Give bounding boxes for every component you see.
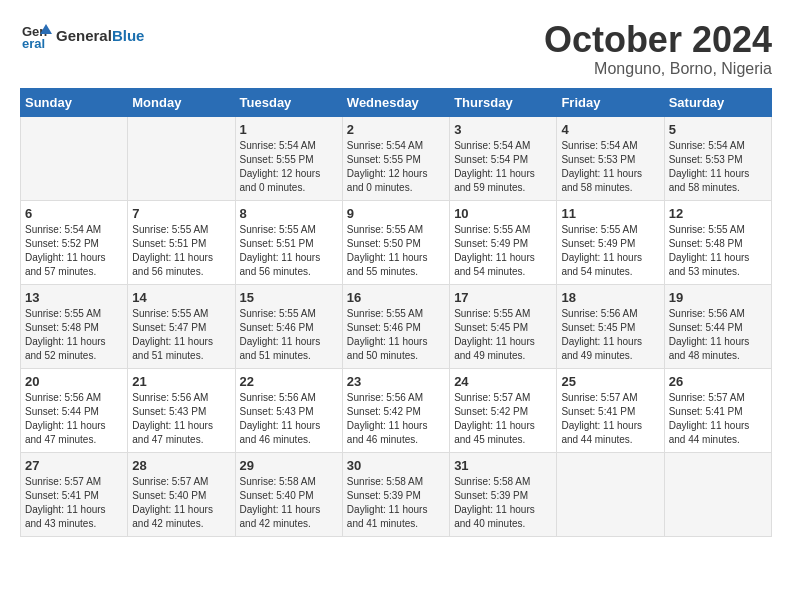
- calendar-cell: 18Sunrise: 5:56 AMSunset: 5:45 PMDayligh…: [557, 284, 664, 368]
- day-number: 9: [347, 206, 445, 221]
- logo: Gen eral GeneralBlue: [20, 20, 144, 52]
- day-number: 21: [132, 374, 230, 389]
- column-header-monday: Monday: [128, 88, 235, 116]
- day-number: 19: [669, 290, 767, 305]
- calendar-cell: 19Sunrise: 5:56 AMSunset: 5:44 PMDayligh…: [664, 284, 771, 368]
- day-info: Sunrise: 5:54 AMSunset: 5:53 PMDaylight:…: [561, 139, 659, 195]
- calendar-cell: 16Sunrise: 5:55 AMSunset: 5:46 PMDayligh…: [342, 284, 449, 368]
- day-info: Sunrise: 5:55 AMSunset: 5:48 PMDaylight:…: [25, 307, 123, 363]
- day-number: 11: [561, 206, 659, 221]
- day-number: 23: [347, 374, 445, 389]
- day-info: Sunrise: 5:56 AMSunset: 5:45 PMDaylight:…: [561, 307, 659, 363]
- day-number: 26: [669, 374, 767, 389]
- calendar-cell: 7Sunrise: 5:55 AMSunset: 5:51 PMDaylight…: [128, 200, 235, 284]
- calendar-cell: 23Sunrise: 5:56 AMSunset: 5:42 PMDayligh…: [342, 368, 449, 452]
- calendar-cell: 5Sunrise: 5:54 AMSunset: 5:53 PMDaylight…: [664, 116, 771, 200]
- day-info: Sunrise: 5:54 AMSunset: 5:55 PMDaylight:…: [347, 139, 445, 195]
- day-info: Sunrise: 5:57 AMSunset: 5:41 PMDaylight:…: [25, 475, 123, 531]
- calendar-table: SundayMondayTuesdayWednesdayThursdayFrid…: [20, 88, 772, 537]
- day-info: Sunrise: 5:57 AMSunset: 5:42 PMDaylight:…: [454, 391, 552, 447]
- calendar-cell: 9Sunrise: 5:55 AMSunset: 5:50 PMDaylight…: [342, 200, 449, 284]
- day-number: 6: [25, 206, 123, 221]
- day-number: 15: [240, 290, 338, 305]
- day-info: Sunrise: 5:56 AMSunset: 5:43 PMDaylight:…: [240, 391, 338, 447]
- day-number: 8: [240, 206, 338, 221]
- day-number: 3: [454, 122, 552, 137]
- logo-blue-text: Blue: [112, 27, 145, 44]
- day-info: Sunrise: 5:54 AMSunset: 5:55 PMDaylight:…: [240, 139, 338, 195]
- calendar-cell: 2Sunrise: 5:54 AMSunset: 5:55 PMDaylight…: [342, 116, 449, 200]
- calendar-cell: 21Sunrise: 5:56 AMSunset: 5:43 PMDayligh…: [128, 368, 235, 452]
- day-number: 27: [25, 458, 123, 473]
- day-number: 14: [132, 290, 230, 305]
- calendar-cell: 27Sunrise: 5:57 AMSunset: 5:41 PMDayligh…: [21, 452, 128, 536]
- calendar-cell: [128, 116, 235, 200]
- day-number: 12: [669, 206, 767, 221]
- calendar-cell: 6Sunrise: 5:54 AMSunset: 5:52 PMDaylight…: [21, 200, 128, 284]
- day-number: 7: [132, 206, 230, 221]
- calendar-cell: 24Sunrise: 5:57 AMSunset: 5:42 PMDayligh…: [450, 368, 557, 452]
- calendar-cell: 3Sunrise: 5:54 AMSunset: 5:54 PMDaylight…: [450, 116, 557, 200]
- logo-icon: Gen eral: [20, 20, 52, 52]
- day-number: 13: [25, 290, 123, 305]
- calendar-header-row: SundayMondayTuesdayWednesdayThursdayFrid…: [21, 88, 772, 116]
- calendar-cell: 30Sunrise: 5:58 AMSunset: 5:39 PMDayligh…: [342, 452, 449, 536]
- day-info: Sunrise: 5:55 AMSunset: 5:49 PMDaylight:…: [561, 223, 659, 279]
- calendar-cell: 20Sunrise: 5:56 AMSunset: 5:44 PMDayligh…: [21, 368, 128, 452]
- day-number: 4: [561, 122, 659, 137]
- day-info: Sunrise: 5:55 AMSunset: 5:48 PMDaylight:…: [669, 223, 767, 279]
- column-header-sunday: Sunday: [21, 88, 128, 116]
- calendar-subtitle: Monguno, Borno, Nigeria: [544, 60, 772, 78]
- calendar-cell: 22Sunrise: 5:56 AMSunset: 5:43 PMDayligh…: [235, 368, 342, 452]
- title-area: October 2024 Monguno, Borno, Nigeria: [544, 20, 772, 78]
- day-number: 2: [347, 122, 445, 137]
- day-number: 22: [240, 374, 338, 389]
- day-number: 5: [669, 122, 767, 137]
- column-header-thursday: Thursday: [450, 88, 557, 116]
- calendar-cell: 4Sunrise: 5:54 AMSunset: 5:53 PMDaylight…: [557, 116, 664, 200]
- calendar-cell: [557, 452, 664, 536]
- column-header-wednesday: Wednesday: [342, 88, 449, 116]
- day-info: Sunrise: 5:55 AMSunset: 5:51 PMDaylight:…: [240, 223, 338, 279]
- day-info: Sunrise: 5:56 AMSunset: 5:44 PMDaylight:…: [669, 307, 767, 363]
- day-info: Sunrise: 5:55 AMSunset: 5:50 PMDaylight:…: [347, 223, 445, 279]
- calendar-week-row: 20Sunrise: 5:56 AMSunset: 5:44 PMDayligh…: [21, 368, 772, 452]
- day-info: Sunrise: 5:56 AMSunset: 5:43 PMDaylight:…: [132, 391, 230, 447]
- calendar-cell: 11Sunrise: 5:55 AMSunset: 5:49 PMDayligh…: [557, 200, 664, 284]
- calendar-cell: 12Sunrise: 5:55 AMSunset: 5:48 PMDayligh…: [664, 200, 771, 284]
- calendar-cell: [21, 116, 128, 200]
- day-number: 25: [561, 374, 659, 389]
- calendar-cell: 28Sunrise: 5:57 AMSunset: 5:40 PMDayligh…: [128, 452, 235, 536]
- day-number: 10: [454, 206, 552, 221]
- calendar-week-row: 6Sunrise: 5:54 AMSunset: 5:52 PMDaylight…: [21, 200, 772, 284]
- day-info: Sunrise: 5:57 AMSunset: 5:40 PMDaylight:…: [132, 475, 230, 531]
- day-number: 28: [132, 458, 230, 473]
- day-info: Sunrise: 5:56 AMSunset: 5:42 PMDaylight:…: [347, 391, 445, 447]
- day-info: Sunrise: 5:55 AMSunset: 5:46 PMDaylight:…: [240, 307, 338, 363]
- column-header-tuesday: Tuesday: [235, 88, 342, 116]
- calendar-cell: 10Sunrise: 5:55 AMSunset: 5:49 PMDayligh…: [450, 200, 557, 284]
- day-info: Sunrise: 5:54 AMSunset: 5:54 PMDaylight:…: [454, 139, 552, 195]
- day-number: 29: [240, 458, 338, 473]
- day-info: Sunrise: 5:55 AMSunset: 5:49 PMDaylight:…: [454, 223, 552, 279]
- calendar-cell: 25Sunrise: 5:57 AMSunset: 5:41 PMDayligh…: [557, 368, 664, 452]
- day-info: Sunrise: 5:58 AMSunset: 5:39 PMDaylight:…: [454, 475, 552, 531]
- calendar-cell: 29Sunrise: 5:58 AMSunset: 5:40 PMDayligh…: [235, 452, 342, 536]
- day-info: Sunrise: 5:55 AMSunset: 5:47 PMDaylight:…: [132, 307, 230, 363]
- day-number: 30: [347, 458, 445, 473]
- calendar-cell: 17Sunrise: 5:55 AMSunset: 5:45 PMDayligh…: [450, 284, 557, 368]
- day-number: 24: [454, 374, 552, 389]
- svg-text:eral: eral: [22, 36, 45, 51]
- calendar-cell: 14Sunrise: 5:55 AMSunset: 5:47 PMDayligh…: [128, 284, 235, 368]
- day-info: Sunrise: 5:57 AMSunset: 5:41 PMDaylight:…: [561, 391, 659, 447]
- calendar-cell: 8Sunrise: 5:55 AMSunset: 5:51 PMDaylight…: [235, 200, 342, 284]
- day-info: Sunrise: 5:54 AMSunset: 5:52 PMDaylight:…: [25, 223, 123, 279]
- day-info: Sunrise: 5:55 AMSunset: 5:51 PMDaylight:…: [132, 223, 230, 279]
- logo-general-text: General: [56, 27, 112, 44]
- day-number: 17: [454, 290, 552, 305]
- day-info: Sunrise: 5:58 AMSunset: 5:40 PMDaylight:…: [240, 475, 338, 531]
- calendar-cell: 13Sunrise: 5:55 AMSunset: 5:48 PMDayligh…: [21, 284, 128, 368]
- day-info: Sunrise: 5:55 AMSunset: 5:45 PMDaylight:…: [454, 307, 552, 363]
- calendar-title: October 2024: [544, 20, 772, 60]
- day-info: Sunrise: 5:55 AMSunset: 5:46 PMDaylight:…: [347, 307, 445, 363]
